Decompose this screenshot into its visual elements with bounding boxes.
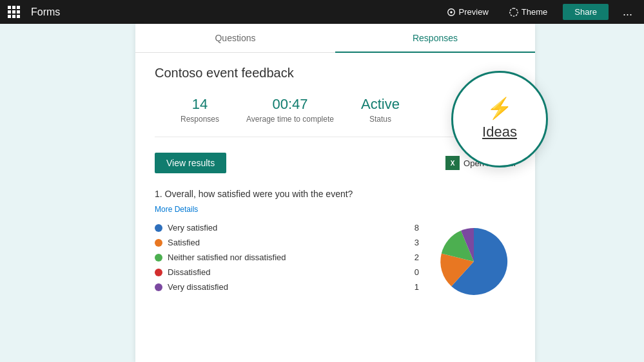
stat-time: 00:47 Average time to complete: [245, 96, 335, 124]
more-details-link[interactable]: More Details: [155, 205, 198, 214]
legend-item: Very dissatisfied 1: [155, 282, 419, 292]
theme-button[interactable]: Theme: [504, 5, 552, 19]
legend-item-left: Very satisfied: [155, 223, 217, 233]
legend-item-left: Satisfied: [155, 238, 200, 247]
legend-dot: [155, 239, 162, 247]
stat-status-label: Status: [335, 115, 425, 124]
theme-icon: [509, 8, 518, 17]
legend-item: Neither satisfied nor dissatisfied 2: [155, 252, 419, 262]
form-title: Contoso event feedback: [155, 66, 516, 81]
more-button[interactable]: ...: [619, 5, 636, 19]
main-area: Questions Responses Contoso event feedba…: [0, 24, 644, 362]
preview-button[interactable]: Preview: [442, 5, 494, 19]
legend-item: Dissatisfied 0: [155, 267, 419, 277]
chart-section: Very satisfied 8 Satisfied 3 Neither sat…: [155, 223, 516, 300]
excel-icon: X: [445, 156, 460, 170]
legend-item-count: 1: [415, 282, 419, 292]
preview-icon: [447, 8, 456, 17]
stat-time-value: 00:47: [245, 96, 335, 113]
view-results-button[interactable]: View results: [155, 153, 226, 173]
legend-dot: [155, 254, 162, 262]
app-header: Forms Preview Theme Share ...: [0, 0, 644, 24]
content-card: Questions Responses Contoso event feedba…: [135, 24, 535, 362]
ideas-bolt-icon: ⚡: [487, 98, 512, 119]
stat-status-value: Active: [335, 96, 425, 113]
share-button[interactable]: Share: [563, 4, 609, 20]
legend-item-count: 3: [415, 238, 419, 247]
question-title: 1. Overall, how satisfied were you with …: [155, 189, 516, 199]
pie-chart: [432, 223, 516, 300]
stat-time-label: Average time to complete: [245, 115, 335, 124]
legend-item-count: 0: [415, 267, 419, 277]
ideas-popup-label: Ideas: [482, 124, 517, 140]
stat-responses-label: Responses: [155, 115, 245, 124]
legend-item: Very satisfied 8: [155, 223, 419, 233]
legend: Very satisfied 8 Satisfied 3 Neither sat…: [155, 223, 419, 297]
stat-status: Active Status: [335, 96, 425, 124]
legend-dot: [155, 269, 162, 276]
legend-item: Satisfied 3: [155, 238, 419, 247]
legend-dot: [155, 283, 162, 291]
tab-bar: Questions Responses: [135, 24, 535, 53]
legend-item-label: Satisfied: [168, 238, 200, 247]
pie-chart-svg: [432, 223, 516, 300]
legend-item-count: 8: [415, 223, 419, 233]
legend-item-label: Neither satisfied nor dissatisfied: [168, 252, 286, 262]
tab-questions[interactable]: Questions: [135, 24, 335, 53]
legend-item-label: Very dissatisfied: [168, 282, 228, 292]
tab-responses[interactable]: Responses: [335, 24, 535, 53]
left-spacer: [0, 24, 135, 362]
stat-responses: 14 Responses: [155, 96, 245, 124]
legend-item-count: 2: [415, 252, 419, 262]
buttons-row: View results X Open in Excel: [155, 153, 516, 173]
app-name: Forms: [31, 6, 60, 18]
legend-item-label: Very satisfied: [168, 223, 217, 233]
svg-point-1: [450, 11, 453, 14]
legend-dot: [155, 224, 162, 232]
legend-item-left: Dissatisfied: [155, 267, 210, 277]
legend-item-label: Dissatisfied: [168, 267, 210, 277]
legend-item-left: Very dissatisfied: [155, 282, 228, 292]
ideas-popup[interactable]: ⚡ Ideas: [451, 71, 548, 167]
stat-responses-value: 14: [155, 96, 245, 113]
legend-item-left: Neither satisfied nor dissatisfied: [155, 252, 286, 262]
waffle-icon[interactable]: [8, 6, 21, 19]
